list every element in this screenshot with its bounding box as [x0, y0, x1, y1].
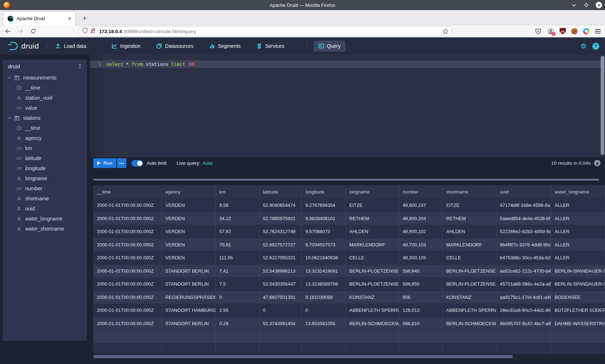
cell-longname[interactable]: RETHEM	[346, 212, 399, 226]
cell-number[interactable]: 586,640	[399, 265, 443, 278]
column-header-agency[interactable]: agency	[162, 185, 216, 199]
cell-number[interactable]: 586,650	[399, 278, 443, 291]
cell-longname[interactable]: BERLIN-SCHMOECKWITZ	[346, 317, 399, 331]
scrollbar-thumb[interactable]	[93, 355, 513, 358]
cell-agency[interactable]: STANDORT BERLIN	[162, 317, 216, 331]
cell-water-longname[interactable]: ALLER	[551, 238, 605, 252]
cell-water-longname[interactable]: BERLIN-SPANDAUER-S	[551, 278, 605, 291]
close-icon[interactable]	[596, 2, 602, 8]
column-header-time[interactable]: __time	[93, 185, 162, 199]
cell-km[interactable]: 9.56	[216, 199, 259, 212]
cell-km[interactable]: 7.41	[216, 265, 259, 278]
extension-asterisk-icon[interactable]	[583, 28, 590, 35]
gear-icon[interactable]: ⚙	[581, 42, 587, 50]
cell-time[interactable]: 2000-01-01T00:00:00.000Z	[93, 212, 162, 226]
nav-services[interactable]: Services	[256, 43, 284, 49]
sidebar-item-stations[interactable]: stations	[3, 113, 87, 123]
cell-longname[interactable]: CELLE	[346, 251, 399, 265]
cell-latitude[interactable]: 52.3743981404	[259, 317, 302, 331]
column-header-latitude[interactable]: latitude	[259, 185, 302, 199]
column-header-longname[interactable]: longname	[346, 185, 399, 199]
sidebar-item-number[interactable]: 123 number	[3, 183, 87, 194]
cell-latitude[interactable]: 52.7890975921	[259, 212, 302, 226]
download-icon[interactable]	[594, 160, 601, 167]
run-more-button[interactable]: •••	[117, 158, 126, 168]
cell-longitude[interactable]: 10.0621640936	[302, 251, 346, 265]
sql-editor[interactable]: 1 select * from stations limit 10	[90, 55, 605, 157]
nav-segments[interactable]: Segments	[209, 43, 241, 49]
cell-time[interactable]: 2000-01-01T00:00:00.000Z	[93, 317, 162, 331]
sidebar-item-longitude[interactable]: 123 longitude	[3, 163, 87, 173]
cell-agency[interactable]: VERDEN	[162, 199, 216, 212]
cell-latitude[interactable]: 52.5436996213	[259, 265, 302, 278]
cell-longitude[interactable]: 9.7034557573	[302, 238, 346, 252]
table-bottom-scrollbar[interactable]	[90, 354, 605, 359]
sidebar-item-shortname[interactable]: A shortname	[3, 194, 87, 204]
cell-agency[interactable]: VERDEN	[162, 212, 216, 226]
auto-limit-toggle[interactable]	[131, 160, 143, 167]
cell-km[interactable]: 7.5	[216, 278, 259, 291]
sidebar-item-value[interactable]: 123 value	[3, 103, 87, 113]
account-avatar-icon[interactable]: ✕	[547, 28, 554, 35]
cell-shortname[interactable]: RETHEM	[443, 212, 496, 226]
cell-uuid[interactable]: 522286e2-b2b3-4d0d-9a	[496, 225, 551, 238]
column-header-number[interactable]: number	[399, 185, 443, 199]
sidebar-item-agency[interactable]: A agency	[3, 133, 87, 143]
cell-agency[interactable]: VERDEN	[162, 238, 216, 252]
cell-longitude[interactable]: 9.57088073	[302, 225, 346, 238]
menu-icon[interactable]	[595, 29, 601, 33]
cell-water-longname[interactable]: ALLER	[551, 251, 605, 265]
cookie-extension-icon[interactable]	[571, 28, 578, 35]
pocket-icon[interactable]	[534, 28, 542, 35]
sidebar-item-time[interactable]: __time	[3, 83, 87, 93]
chevron-down-icon[interactable]	[6, 77, 12, 79]
cell-shortname[interactable]: KONSTANZ	[443, 291, 496, 304]
cell-uuid[interactable]: 8b4f9f7c-3376-4dd8-95c	[496, 238, 551, 252]
sidebar-item-water-longname[interactable]: A water_longname	[3, 214, 87, 224]
cell-km[interactable]: 0	[216, 291, 259, 304]
sidebar-item-measurements[interactable]: measurements	[3, 73, 87, 83]
cell-longname[interactable]: BERLIN-PLOETZENSEE C	[346, 265, 399, 278]
url-bar[interactable]: 172.18.0.4:30899/unified-console.html#qu…	[79, 26, 452, 36]
cell-number[interactable]: 48,700,103	[399, 238, 443, 252]
cell-time[interactable]: 2000-01-01T00:00:00.000Z	[93, 265, 162, 278]
help-icon[interactable]: ?	[592, 43, 599, 50]
nav-datasources[interactable]: Datasources	[156, 43, 193, 49]
table-top-scrollbar[interactable]	[93, 179, 599, 181]
cell-time[interactable]: 2000-01-01T00:00:00.000Z	[93, 199, 162, 212]
cell-longname[interactable]: BERLIN-PLOETZENSEE U	[346, 278, 399, 291]
cell-latitude[interactable]: 52.5430355447	[259, 278, 302, 291]
cell-longname[interactable]: MARKLENDORF	[346, 238, 399, 252]
browser-tab[interactable]: Apache Druid ✕	[3, 12, 76, 25]
column-header-uuid[interactable]: uuid	[496, 185, 551, 199]
cell-longitude[interactable]: 13.653581055	[302, 317, 346, 331]
sidebar-item-station-uuid[interactable]: A station_uuid	[3, 93, 87, 103]
sidebar-item-time2[interactable]: __time	[3, 123, 87, 133]
cell-agency[interactable]: STANDORT HAMBURG	[162, 304, 216, 317]
new-tab-button[interactable]: +	[80, 14, 89, 23]
nav-ingestion[interactable]: Ingestion	[112, 43, 141, 49]
chevron-down-icon[interactable]	[6, 117, 12, 119]
cell-longitude[interactable]: 13.3238589706	[302, 278, 346, 291]
column-header-water-longname[interactable]: water_longname	[551, 185, 605, 199]
live-query-value[interactable]: Auto	[203, 160, 213, 166]
cell-latitude[interactable]: 52.9040654474	[259, 199, 302, 212]
cell-time[interactable]: 2000-01-01T00:00:00.000Z	[93, 304, 162, 317]
cell-longitude[interactable]: 9.2767694354	[302, 199, 346, 212]
cell-latitude[interactable]: 52.6827572727	[259, 238, 302, 252]
cell-time[interactable]: 2000-01-01T00:00:00.000Z	[93, 278, 162, 291]
cell-number[interactable]: 906	[399, 291, 443, 304]
cell-number[interactable]: 126,013	[399, 304, 443, 317]
cell-uuid[interactable]: 5aaed954-de4e-4528-8f	[496, 212, 551, 226]
maximize-icon[interactable]	[583, 2, 589, 8]
forward-button[interactable]	[16, 27, 24, 36]
cell-uuid[interactable]: 47174d8f-1b8e-4599-8a	[496, 199, 551, 212]
cell-km[interactable]: 0.28	[216, 317, 259, 331]
cell-latitude[interactable]: 0	[259, 304, 302, 317]
cell-uuid[interactable]: 28ec91e8-90c0-44d1-8fc	[496, 304, 551, 317]
druid-logo[interactable]: druid	[7, 40, 39, 52]
sidebar-item-km[interactable]: 123 km	[3, 143, 87, 153]
cell-uuid[interactable]: b475386c-30cc-453a-b3	[496, 251, 551, 265]
cell-agency[interactable]: VERDEN	[162, 225, 216, 238]
cell-water-longname[interactable]: ALLER	[551, 225, 605, 238]
